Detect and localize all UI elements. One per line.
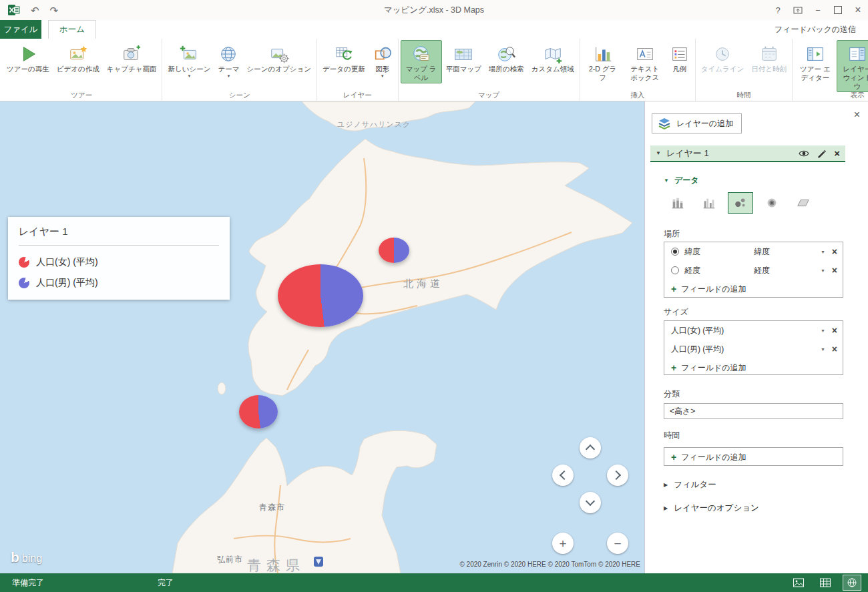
zoom-in-button[interactable]: + <box>552 533 574 554</box>
size-field-row[interactable]: 人口(男) (平均) ▼ × <box>664 340 843 358</box>
category-label: 分類 <box>664 388 680 400</box>
pie-chart-small-south[interactable] <box>239 395 278 428</box>
date-time-button: 日付と時刻 <box>748 40 790 75</box>
remove-field-button[interactable]: × <box>832 344 837 354</box>
latitude-field-row[interactable]: 緯度 緯度 ▼ × <box>664 242 843 261</box>
data-section-header[interactable]: ▼ データ <box>664 175 698 186</box>
find-location-icon <box>496 43 516 65</box>
maximize-button[interactable] <box>828 0 848 20</box>
map-labels-toggle[interactable]: マップ ラベル <box>401 40 442 83</box>
help-button[interactable]: ? <box>768 0 788 20</box>
collapse-data-icon[interactable]: ▼ <box>664 178 669 184</box>
chart-2d-button[interactable]: 2-D グラフ <box>582 40 624 83</box>
bubble-viz-button[interactable] <box>728 192 753 214</box>
layer-pane-toggle[interactable]: レイヤー ウィンドウ <box>837 40 868 92</box>
remove-field-button[interactable]: × <box>832 247 837 256</box>
text-box-button[interactable]: テキスト ボックス <box>624 40 666 83</box>
globe-view-status-icon[interactable] <box>843 575 861 591</box>
capture-image-status-icon[interactable] <box>789 575 808 591</box>
theme-button[interactable]: テーマ ▼ <box>214 40 242 81</box>
time-fields-box: + フィールドの追加 <box>664 447 843 466</box>
redo-icon[interactable]: ↷ <box>50 5 59 15</box>
map-viewport[interactable]: ユジノサハリンスク 北海道 青森市 弘前市 青森県 レイヤー 1 人口(女) (… <box>0 101 644 573</box>
filter-expander[interactable]: ▶ フィルター <box>664 479 716 491</box>
layer-options-expander[interactable]: ▶ レイヤーのオプション <box>664 503 759 514</box>
minimize-button[interactable]: − <box>808 0 828 20</box>
new-scene-button[interactable]: 新しいシーン ▼ <box>164 40 214 81</box>
close-pane-button[interactable]: × <box>854 109 860 120</box>
add-size-field-button[interactable]: + フィールドの追加 <box>664 358 843 377</box>
pie-chart-large[interactable] <box>278 264 363 327</box>
collapse-layer-icon[interactable]: ▼ <box>656 151 661 156</box>
chevron-up-icon <box>586 445 595 454</box>
ribbon-group-insert: 2-D グラフ テキスト ボックス <box>580 39 696 101</box>
pan-up-button[interactable] <box>580 437 601 459</box>
capture-screen-button[interactable]: キャプチャ画面 <box>103 40 160 75</box>
refresh-data-button[interactable]: データの更新 <box>319 40 369 75</box>
button-label: レイヤー ウィンドウ <box>840 65 868 91</box>
pan-right-button[interactable] <box>607 465 628 486</box>
field-value[interactable]: 人口(女) (平均) <box>671 325 821 336</box>
remove-field-button[interactable]: × <box>832 266 837 275</box>
add-field-label: フィールドの追加 <box>681 362 746 374</box>
flat-map-status-icon[interactable] <box>816 575 835 591</box>
radio-selected-icon[interactable] <box>671 248 679 256</box>
pan-down-button[interactable] <box>580 492 601 513</box>
clustered-column-viz-button[interactable] <box>696 192 722 214</box>
expand-icon: ▶ <box>664 483 668 488</box>
delete-layer-button[interactable]: × <box>834 148 840 158</box>
dropdown-caret-icon[interactable]: ▼ <box>821 328 825 333</box>
visibility-eye-icon[interactable] <box>799 148 809 159</box>
layer-pane: × レイヤーの追加 ▼ レイヤー 1 <box>644 101 868 573</box>
map-label-sakhalin: ユジノサハリンスク <box>337 120 411 128</box>
button-label: 凡例 <box>672 65 686 73</box>
legend-button[interactable]: 凡例 <box>666 40 693 75</box>
play-tour-button[interactable]: ツアーの再生 <box>3 40 53 75</box>
tab-home[interactable]: ホーム <box>48 20 96 39</box>
add-time-field-button[interactable]: + フィールドの追加 <box>664 448 843 467</box>
longitude-field-row[interactable]: 経度 経度 ▼ × <box>664 261 843 280</box>
close-button[interactable]: × <box>848 0 868 20</box>
pie-chart-small-north[interactable] <box>379 238 409 263</box>
region-viz-button[interactable] <box>791 192 816 214</box>
send-feedback-link[interactable]: フィードバックの送信 <box>775 24 868 35</box>
field-value[interactable]: 経度 <box>754 265 821 276</box>
tab-file[interactable]: ファイル <box>0 20 41 39</box>
flat-map-button[interactable]: 平面マップ <box>443 40 485 75</box>
category-input[interactable]: <高さ> <box>664 403 843 419</box>
add-layer-button[interactable]: レイヤーの追加 <box>652 113 742 133</box>
radio-unselected-icon[interactable] <box>671 266 679 274</box>
rename-pencil-icon[interactable] <box>817 148 827 158</box>
legend-entry-label: 人口(男) (平均) <box>36 277 98 289</box>
field-value[interactable]: 人口(男) (平均) <box>671 344 821 355</box>
stacked-column-viz-button[interactable] <box>665 192 690 214</box>
map-canvas[interactable]: ユジノサハリンスク 北海道 青森市 弘前市 青森県 <box>0 101 644 573</box>
remove-field-button[interactable]: × <box>832 326 837 335</box>
undo-icon[interactable]: ↶ <box>31 5 39 15</box>
custom-regions-button[interactable]: カスタム領域 <box>528 40 578 75</box>
layer-header[interactable]: ▼ レイヤー 1 × <box>650 145 845 162</box>
dropdown-caret-icon[interactable]: ▼ <box>821 347 825 352</box>
theme-globe-icon <box>218 43 238 65</box>
dropdown-caret-icon[interactable]: ▼ <box>821 250 825 254</box>
ribbon-options-icon[interactable] <box>788 0 808 20</box>
tour-editor-button[interactable]: ツアー エディター <box>795 40 836 83</box>
plus-icon: + <box>559 537 566 550</box>
add-location-field-button[interactable]: + フィールドの追加 <box>664 280 843 298</box>
find-location-button[interactable]: 場所の検索 <box>485 40 527 75</box>
group-label: マップ <box>399 91 580 100</box>
field-value[interactable]: 緯度 <box>754 246 821 258</box>
size-field-row[interactable]: 人口(女) (平均) ▼ × <box>664 321 843 340</box>
map-label-hokkaido: 北海道 <box>403 278 443 289</box>
zoom-out-button[interactable]: − <box>607 533 628 554</box>
shapes-button[interactable]: 図形 ▼ <box>369 40 396 81</box>
dropdown-caret-icon[interactable]: ▼ <box>821 268 825 273</box>
heatmap-viz-button[interactable] <box>759 192 785 214</box>
group-label: 表示 <box>793 91 868 100</box>
map-legend[interactable]: レイヤー 1 人口(女) (平均) 人口(男) (平均) <box>8 217 230 300</box>
scene-options-button[interactable]: シーンのオプション <box>243 40 314 75</box>
pan-left-button[interactable] <box>552 465 574 486</box>
legend-title: レイヤー 1 <box>19 226 219 238</box>
create-video-button[interactable]: ビデオの作成 <box>53 40 103 75</box>
ribbon-group-time: タイムライン 日付と時刻 時間 <box>696 39 793 101</box>
